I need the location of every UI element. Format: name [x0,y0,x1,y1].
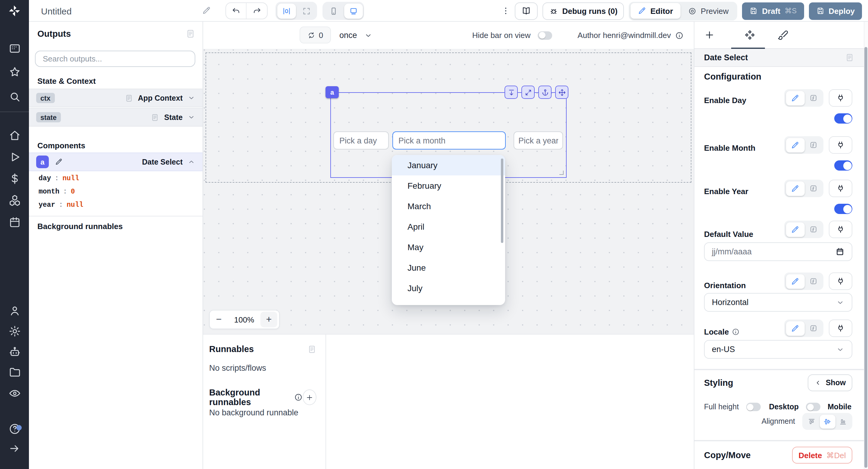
chevron-down-icon[interactable] [187,113,195,121]
fullscreen-handle[interactable] [521,86,535,99]
static-mode-button[interactable] [786,321,804,336]
fullwidth-layout-button[interactable] [297,3,315,19]
zoom-out-button[interactable]: − [210,311,228,328]
align-top-button[interactable] [804,414,819,428]
connect-button[interactable] [829,89,852,107]
info-icon[interactable] [732,328,740,336]
pick-day-input[interactable] [333,131,389,150]
eval-mode-button[interactable] [804,274,822,288]
tab-editor[interactable]: Editor [630,3,680,19]
hide-bar-toggle[interactable] [538,31,552,39]
chevron-up-icon[interactable] [187,158,195,166]
sidebar-item-users[interactable] [8,304,21,317]
docs-button[interactable] [515,2,538,20]
chevron-down-icon[interactable] [187,94,195,102]
enable-month-toggle[interactable] [834,160,852,170]
orientation-select[interactable]: Horizontal [704,293,852,312]
full-height-toggle[interactable] [746,403,761,411]
more-menu-button[interactable] [501,6,510,16]
sidebar-item-folders[interactable] [8,365,21,379]
enable-day-toggle[interactable] [834,113,852,124]
add-background-runnable-button[interactable] [303,389,316,405]
move-handle[interactable] [555,86,568,99]
static-mode-button[interactable] [786,91,804,105]
component-row-a[interactable]: a Date Select [29,153,203,171]
refresh-count-button[interactable]: 0 [300,27,331,43]
run-mode-select[interactable]: once [339,22,373,49]
zoom-in-button[interactable]: + [260,312,277,327]
mobile-toggle[interactable] [806,403,820,411]
static-mode-button[interactable] [786,274,804,288]
align-center-button[interactable] [819,414,835,428]
search-outputs-input[interactable] [35,51,195,67]
align-bottom-button[interactable] [835,414,851,428]
draft-button[interactable]: Draft ⌘S [742,2,804,20]
connect-button[interactable] [829,273,852,290]
sidebar-item-resources[interactable] [8,193,21,207]
month-option[interactable]: July [392,278,505,299]
redo-button[interactable] [247,3,267,19]
sidebar-item-variables[interactable] [8,172,21,185]
resize-handle[interactable] [559,170,564,175]
sidebar-expand[interactable] [8,442,21,455]
app-canvas[interactable]: a January February March April May June … [203,49,694,334]
doc-list-icon[interactable] [845,53,854,62]
sidebar-item-runs[interactable] [8,150,21,163]
month-option[interactable]: August [392,299,505,305]
month-option[interactable]: April [392,216,505,237]
month-option[interactable]: June [392,257,505,278]
connect-button[interactable] [829,319,852,337]
tab-component-settings[interactable] [744,29,756,41]
deploy-button[interactable]: Deploy [809,2,862,20]
ctx-row[interactable]: ctx App Context [29,89,203,107]
sidebar-item-settings[interactable] [8,324,21,338]
anchor-handle[interactable] [538,86,552,99]
tab-global-styling[interactable] [777,29,789,41]
locale-select[interactable]: en-US [704,340,852,359]
static-mode-button[interactable] [786,138,804,152]
state-row[interactable]: state State [29,108,203,127]
tab-insert-component[interactable] [704,29,715,41]
windmill-logo[interactable] [7,4,22,18]
doc-list-icon[interactable] [186,29,195,39]
sidebar-item-workers[interactable] [8,345,21,358]
connect-button[interactable] [829,136,852,154]
doc-list-icon[interactable] [307,345,316,353]
default-value-date-input[interactable]: jj/mm/aaaa [704,242,852,261]
sidebar-item-apps[interactable] [8,41,21,55]
dropdown-scrollbar[interactable] [501,159,503,243]
calendar-icon[interactable] [835,247,844,256]
show-styling-button[interactable]: Show [808,374,852,391]
sidebar-item-search[interactable] [8,90,21,103]
eval-mode-button[interactable] [804,138,822,152]
month-option[interactable]: February [392,176,505,196]
eval-mode-button[interactable] [804,91,822,105]
connect-button[interactable] [829,221,852,238]
month-option[interactable]: January [392,155,505,176]
info-icon[interactable] [294,393,303,402]
tab-preview[interactable]: Preview [680,3,736,19]
info-icon[interactable] [675,31,684,39]
sidebar-item-schedules[interactable] [8,215,21,228]
static-mode-button[interactable] [786,222,804,237]
expand-down-handle[interactable] [504,86,518,99]
sidebar-item-home[interactable] [8,128,21,142]
mobile-view-button[interactable] [324,3,343,19]
month-option[interactable]: March [392,196,505,216]
connect-button[interactable] [829,180,852,197]
delete-button[interactable]: Delete ⌘Del [792,447,852,464]
centered-layout-button[interactable] [277,3,296,19]
undo-button[interactable] [226,3,247,19]
edit-pencil-icon[interactable] [55,158,63,166]
sidebar-item-audit[interactable] [8,386,21,400]
desktop-view-button[interactable] [344,3,363,19]
eval-mode-button[interactable] [804,321,822,336]
enable-year-toggle[interactable] [834,204,852,214]
scrollbar-thumb[interactable] [864,47,867,468]
pick-year-input[interactable] [514,131,563,150]
static-mode-button[interactable] [786,181,804,196]
eval-mode-button[interactable] [804,181,822,196]
pick-month-input[interactable] [393,131,506,150]
eval-mode-button[interactable] [804,222,822,237]
rename-button[interactable] [202,6,211,17]
